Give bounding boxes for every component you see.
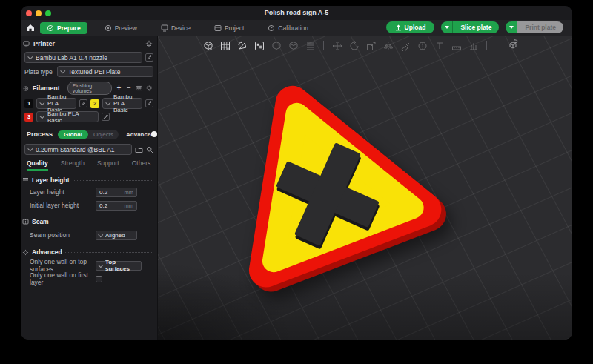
tab-preview-label: Preview <box>115 24 137 32</box>
printer-settings-gear-icon[interactable] <box>145 40 153 47</box>
assembly-view-icon[interactable] <box>506 39 519 51</box>
viewport-3d[interactable] <box>158 36 572 340</box>
search-preset-icon[interactable] <box>146 146 153 153</box>
initial-layer-height-unit: mm <box>125 202 134 209</box>
edit-filament-2-icon[interactable] <box>145 99 153 107</box>
filament-settings-gear-icon[interactable] <box>146 85 153 92</box>
edit-printer-icon[interactable] <box>145 53 153 62</box>
rotate-icon[interactable] <box>348 40 360 51</box>
edit-filament-1-icon[interactable] <box>79 99 87 107</box>
toolbar-divider <box>323 41 324 50</box>
scope-global-button[interactable]: Global <box>58 130 88 139</box>
tab-device[interactable]: Device <box>154 22 197 34</box>
scale-icon[interactable] <box>365 40 377 51</box>
process-tab-others[interactable]: Others <box>132 159 151 171</box>
split-to-objects-icon[interactable] <box>271 40 282 51</box>
toolbar-divider <box>486 41 487 50</box>
one-wall-top-value: Top surfaces <box>105 259 138 272</box>
chevron-down-icon <box>445 26 449 29</box>
measure-icon[interactable] <box>451 40 462 51</box>
layer-height-unit: mm <box>125 189 134 196</box>
chevron-down-icon <box>105 100 110 105</box>
process-preset-dropdown[interactable]: 0.20mm Standard @BBL A1 <box>24 144 132 155</box>
seam-painting-icon[interactable] <box>417 40 428 51</box>
preview-icon <box>105 24 112 32</box>
device-icon <box>161 24 168 32</box>
process-tab-support[interactable]: Support <box>97 159 119 171</box>
save-preset-icon[interactable] <box>135 146 143 153</box>
chevron-down-icon <box>27 54 33 59</box>
add-plate-icon[interactable] <box>219 40 231 51</box>
initial-layer-height-input[interactable]: 0.2 mm <box>96 201 137 211</box>
filament-3-dropdown[interactable]: Bambu PLA Basic <box>36 111 99 122</box>
slice-options-dropdown[interactable] <box>441 21 453 33</box>
support-painting-icon[interactable] <box>468 40 479 51</box>
seam-position-label: Seam position <box>30 231 96 239</box>
filament-3-color-chip[interactable]: 3 <box>24 113 33 122</box>
seam-position-dropdown[interactable]: Aligned <box>96 231 137 240</box>
print-options-dropdown[interactable] <box>506 21 517 33</box>
process-tab-quality[interactable]: Quality <box>27 159 48 171</box>
add-object-icon[interactable] <box>202 40 213 51</box>
printer-section-icon <box>23 41 30 47</box>
tab-prepare-label: Prepare <box>57 24 81 32</box>
process-tab-bar: Quality Strength Support Others <box>27 159 157 171</box>
filament-2-color-chip[interactable]: 2 <box>90 99 99 108</box>
upload-button[interactable]: Upload <box>386 21 435 33</box>
chevron-down-icon <box>98 232 103 237</box>
edit-filament-3-icon[interactable] <box>102 113 110 121</box>
upload-icon <box>395 24 402 31</box>
project-icon <box>214 24 222 32</box>
model-road-sign[interactable] <box>187 62 468 329</box>
action-buttons: Upload Slice plate Print plate <box>386 21 563 33</box>
process-scope-switch: Global Objects <box>58 130 119 139</box>
print-plate-button[interactable]: Print plate <box>506 21 563 33</box>
add-filament-button[interactable]: + <box>116 85 122 92</box>
layer-height-group-icon <box>22 177 29 183</box>
advanced-toggle-label: Advanced <box>126 131 154 138</box>
paint-icon[interactable] <box>400 40 411 51</box>
filament-2-dropdown[interactable]: Bambu PLA Basic <box>102 98 142 109</box>
main-tab-bar: Prepare Preview Device Project Calibrati… <box>21 20 572 36</box>
tab-prepare[interactable]: Prepare <box>40 22 87 34</box>
ams-sync-icon[interactable] <box>136 85 142 92</box>
tab-project[interactable]: Project <box>208 22 251 34</box>
arrange-icon[interactable] <box>254 40 265 51</box>
slice-plate-button[interactable]: Slice plate <box>441 21 499 33</box>
variable-layer-height-icon[interactable] <box>305 40 316 51</box>
split-to-parts-icon[interactable] <box>288 40 299 51</box>
initial-layer-height-value: 0.2 <box>99 202 122 209</box>
one-wall-first-layer-checkbox[interactable] <box>96 276 102 282</box>
filament-section-title: Filament <box>33 85 60 92</box>
process-tab-strength[interactable]: Strength <box>61 159 85 171</box>
chevron-down-icon <box>27 146 33 151</box>
tab-preview[interactable]: Preview <box>98 22 144 34</box>
scope-objects-button[interactable]: Objects <box>88 130 119 139</box>
one-wall-top-dropdown[interactable]: Top surfaces <box>96 261 142 271</box>
seam-position-value: Aligned <box>105 232 125 239</box>
layer-height-input[interactable]: 0.2 mm <box>96 188 137 197</box>
tab-project-label: Project <box>225 24 244 32</box>
advanced-group-icon <box>22 249 29 256</box>
chevron-down-icon <box>60 68 65 73</box>
layer-height-group-title: Layer height <box>32 176 70 184</box>
plate-type-dropdown[interactable]: Textured PEI Plate <box>57 66 153 77</box>
mirror-icon[interactable] <box>382 40 394 51</box>
move-icon[interactable] <box>331 40 342 51</box>
filament-1-dropdown[interactable]: Bambu PLA Basic <box>36 98 76 109</box>
filament-1-color-chip[interactable]: 1 <box>24 99 33 108</box>
text-tool-icon[interactable] <box>434 40 445 51</box>
tab-calibration[interactable]: Calibration <box>261 22 315 34</box>
process-section-title: Process <box>27 130 53 138</box>
advanced-group-title: Advanced <box>32 248 62 256</box>
flushing-volumes-button[interactable]: Flushing volumes <box>67 82 112 95</box>
printer-preset-value: Bambu Lab A1 0.4 nozzle <box>36 54 107 62</box>
settings-sidebar: Printer Bambu Lab A1 0.4 nozzle Plate ty… <box>21 36 158 340</box>
layer-height-label: Layer height <box>30 188 96 196</box>
chevron-down-icon <box>98 262 103 268</box>
remove-filament-button[interactable]: − <box>126 85 133 92</box>
printer-preset-dropdown[interactable]: Bambu Lab A1 0.4 nozzle <box>24 52 142 63</box>
app-window: Polish road sign A-5 Prepare Preview Dev… <box>21 6 572 340</box>
auto-orient-icon[interactable] <box>236 40 248 51</box>
home-button[interactable] <box>21 24 40 32</box>
